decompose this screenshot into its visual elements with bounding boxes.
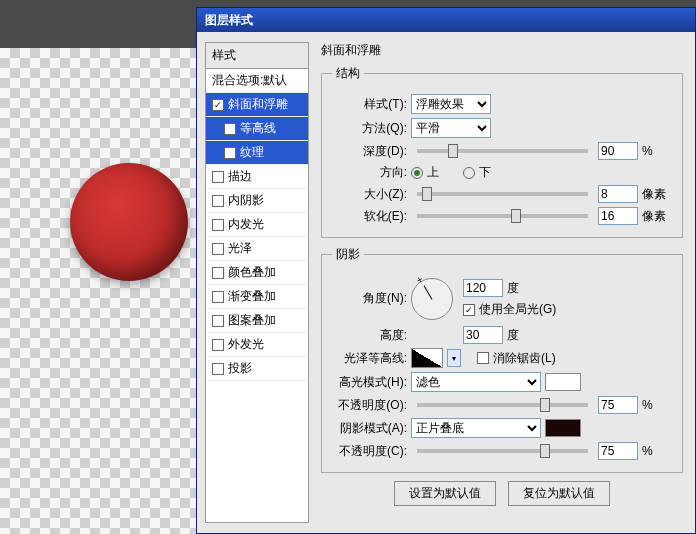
style-item[interactable]: 光泽 [206, 237, 308, 261]
size-input[interactable] [598, 185, 638, 203]
altitude-label: 高度: [332, 327, 407, 344]
altitude-input[interactable] [463, 326, 503, 344]
size-label: 大小(Z): [332, 186, 407, 203]
style-checkbox[interactable] [224, 123, 236, 135]
shadow-mode-select[interactable]: 正片叠底 [411, 418, 541, 438]
shadow-opacity-label: 不透明度(C): [332, 443, 407, 460]
direction-label: 方向: [332, 164, 407, 181]
style-item[interactable]: 纹理 [206, 141, 308, 165]
angle-label: 角度(N): [332, 290, 407, 307]
style-checkbox[interactable] [212, 99, 224, 111]
soften-unit: 像素 [642, 208, 672, 225]
style-label: 内阴影 [228, 192, 264, 209]
depth-slider[interactable] [417, 149, 588, 153]
style-checkbox[interactable] [212, 315, 224, 327]
canvas-area [0, 48, 196, 534]
transparency-checker [0, 48, 196, 534]
antialias-checkbox[interactable] [477, 352, 489, 364]
style-item[interactable]: 外发光 [206, 333, 308, 357]
shadow-opacity-input[interactable] [598, 442, 638, 460]
blending-options[interactable]: 混合选项:默认 [206, 69, 308, 93]
style-label: 颜色叠加 [228, 264, 276, 281]
style-label: 纹理 [240, 144, 264, 161]
direction-down-radio[interactable] [463, 167, 475, 179]
soften-label: 软化(E): [332, 208, 407, 225]
style-label: 斜面和浮雕 [228, 96, 288, 113]
style-checkbox[interactable] [212, 363, 224, 375]
depth-input[interactable] [598, 142, 638, 160]
style-label: 渐变叠加 [228, 288, 276, 305]
highlight-color-swatch[interactable] [545, 373, 581, 391]
style-label: 外发光 [228, 336, 264, 353]
style-item[interactable]: 颜色叠加 [206, 261, 308, 285]
style-checkbox[interactable] [212, 243, 224, 255]
shadow-mode-label: 阴影模式(A): [332, 420, 407, 437]
contour-swatch[interactable] [411, 348, 443, 368]
technique-label: 方法(Q): [332, 120, 407, 137]
settings-panel: 斜面和浮雕 结构 样式(T): 浮雕效果 方法(Q): 平滑 深度(D): % [309, 32, 695, 533]
style-checkbox[interactable] [212, 219, 224, 231]
direction-up-radio[interactable] [411, 167, 423, 179]
layer-style-dialog: 图层样式 样式 混合选项:默认 斜面和浮雕等高线纹理描边内阴影内发光光泽颜色叠加… [196, 7, 696, 534]
shadow-color-swatch[interactable] [545, 419, 581, 437]
shading-group: 阴影 角度(N): 度 使用全局光(G) [321, 246, 683, 473]
styles-header[interactable]: 样式 [206, 43, 308, 69]
style-item[interactable]: 图案叠加 [206, 309, 308, 333]
style-checkbox[interactable] [212, 171, 224, 183]
style-checkbox[interactable] [212, 339, 224, 351]
soften-input[interactable] [598, 207, 638, 225]
highlight-opacity-input[interactable] [598, 396, 638, 414]
style-item[interactable]: 等高线 [206, 117, 308, 141]
size-unit: 像素 [642, 186, 672, 203]
red-ball-layer [70, 163, 188, 281]
highlight-opacity-slider[interactable] [417, 403, 588, 407]
dialog-titlebar[interactable]: 图层样式 [197, 8, 695, 32]
style-label: 光泽 [228, 240, 252, 257]
style-checkbox[interactable] [224, 147, 236, 159]
highlight-mode-select[interactable]: 滤色 [411, 372, 541, 392]
angle-dial[interactable] [411, 278, 453, 320]
styles-list: 样式 混合选项:默认 斜面和浮雕等高线纹理描边内阴影内发光光泽颜色叠加渐变叠加图… [205, 42, 309, 523]
shadow-opacity-unit: % [642, 444, 672, 458]
style-checkbox[interactable] [212, 195, 224, 207]
size-slider[interactable] [417, 192, 588, 196]
style-label: 图案叠加 [228, 312, 276, 329]
global-light-label: 使用全局光(G) [479, 301, 556, 318]
depth-label: 深度(D): [332, 143, 407, 160]
style-label: 描边 [228, 168, 252, 185]
style-item[interactable]: 描边 [206, 165, 308, 189]
style-label: 等高线 [240, 120, 276, 137]
shadow-opacity-slider[interactable] [417, 449, 588, 453]
make-default-button[interactable]: 设置为默认值 [394, 481, 496, 506]
style-label: 样式(T): [332, 96, 407, 113]
style-label: 内发光 [228, 216, 264, 233]
contour-dropdown-icon[interactable]: ▾ [447, 349, 461, 367]
style-label: 投影 [228, 360, 252, 377]
highlight-mode-label: 高光模式(H): [332, 374, 407, 391]
reset-default-button[interactable]: 复位为默认值 [508, 481, 610, 506]
shading-legend: 阴影 [332, 246, 364, 263]
highlight-opacity-label: 不透明度(O): [332, 397, 407, 414]
highlight-opacity-unit: % [642, 398, 672, 412]
depth-unit: % [642, 144, 672, 158]
panel-title: 斜面和浮雕 [321, 42, 683, 59]
style-item[interactable]: 斜面和浮雕 [206, 93, 308, 117]
structure-legend: 结构 [332, 65, 364, 82]
style-item[interactable]: 内发光 [206, 213, 308, 237]
antialias-label: 消除锯齿(L) [493, 350, 556, 367]
technique-select[interactable]: 平滑 [411, 118, 491, 138]
direction-up-label: 上 [427, 164, 439, 181]
global-light-checkbox[interactable] [463, 304, 475, 316]
angle-unit: 度 [507, 280, 537, 297]
style-checkbox[interactable] [212, 267, 224, 279]
style-checkbox[interactable] [212, 291, 224, 303]
style-item[interactable]: 投影 [206, 357, 308, 381]
altitude-unit: 度 [507, 327, 537, 344]
style-item[interactable]: 内阴影 [206, 189, 308, 213]
direction-down-label: 下 [479, 164, 491, 181]
style-select[interactable]: 浮雕效果 [411, 94, 491, 114]
angle-input[interactable] [463, 279, 503, 297]
style-item[interactable]: 渐变叠加 [206, 285, 308, 309]
contour-label: 光泽等高线: [332, 350, 407, 367]
soften-slider[interactable] [417, 214, 588, 218]
